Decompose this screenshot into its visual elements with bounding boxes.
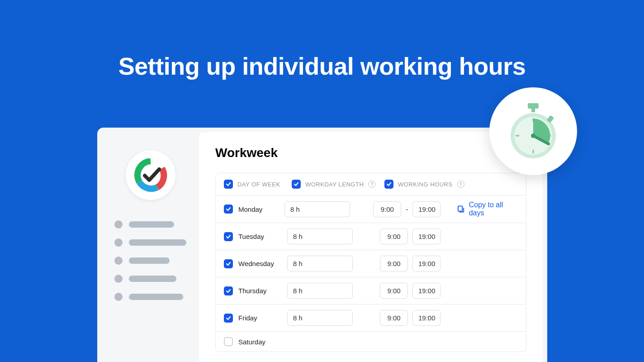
- day-checkbox[interactable]: [224, 259, 233, 268]
- header-workday-length: Workday length ?: [292, 180, 380, 189]
- nav-dot-icon: [114, 275, 123, 283]
- end-time-input[interactable]: 19:00: [412, 256, 440, 272]
- header-working-hours: Working hours ?: [384, 180, 464, 189]
- nav-bar-placeholder: [129, 294, 183, 300]
- workday-length-input[interactable]: 8 h: [284, 201, 350, 217]
- stopwatch-icon: [502, 100, 565, 163]
- nav-dot-icon: [114, 293, 123, 301]
- header-label-day: Day of week: [237, 181, 280, 188]
- sidebar-item[interactable]: [114, 238, 186, 247]
- copy-icon: [457, 205, 464, 213]
- day-name: Friday: [238, 314, 257, 322]
- header-day-of-week: Day of week: [224, 180, 287, 189]
- day-checkbox[interactable]: [224, 232, 233, 241]
- day-name: Tuesday: [238, 233, 264, 240]
- day-checkbox[interactable]: [224, 314, 233, 323]
- help-icon[interactable]: ?: [368, 181, 375, 188]
- main-panel: Workweek Day of week Workday length ?: [199, 132, 543, 362]
- end-time-input[interactable]: 19:00: [412, 310, 440, 326]
- end-time-input[interactable]: 19:00: [412, 201, 440, 217]
- app-logo: [126, 150, 175, 200]
- day-row: Wednesday8 h9:0019:00: [216, 250, 526, 277]
- sidebar-item[interactable]: [114, 275, 186, 283]
- end-time-input[interactable]: 19:00: [412, 283, 440, 299]
- nav-bar-placeholder: [129, 276, 176, 282]
- day-row: Tuesday8 h9:0019:00: [216, 223, 526, 250]
- svg-rect-2: [531, 108, 535, 112]
- app-window: Workweek Day of week Workday length ?: [97, 128, 547, 362]
- header-checkbox-hours[interactable]: [384, 180, 393, 189]
- day-name: Saturday: [238, 338, 265, 346]
- header-label-length: Workday length: [305, 181, 364, 188]
- nav-dot-icon: [114, 238, 123, 247]
- day-name: Wednesday: [238, 260, 274, 267]
- table-header-row: Day of week Workday length ? Working hou…: [216, 173, 526, 195]
- main-title: Workweek: [215, 146, 526, 160]
- day-row: Saturday: [216, 331, 526, 352]
- day-row: Monday8 h9:00-19:00Copy to all days: [216, 195, 526, 223]
- nav-bar-placeholder: [129, 221, 174, 228]
- help-icon[interactable]: ?: [457, 181, 464, 188]
- day-checkbox[interactable]: [224, 286, 233, 295]
- page-title: Setting up individual working hours: [0, 0, 644, 80]
- start-time-input[interactable]: 9:00: [380, 310, 408, 326]
- day-name: Thursday: [238, 287, 267, 295]
- nav-bar-placeholder: [129, 239, 186, 246]
- header-checkbox-length[interactable]: [292, 180, 301, 189]
- workday-length-input[interactable]: 8 h: [287, 229, 353, 244]
- day-checkbox[interactable]: [224, 205, 233, 214]
- time-dash: -: [406, 205, 408, 213]
- day-row: Thursday8 h9:0019:00: [216, 277, 526, 304]
- deskcove-logo-icon: [134, 158, 167, 192]
- nav-bar-placeholder: [129, 257, 170, 264]
- sidebar-item[interactable]: [114, 220, 186, 229]
- copy-to-all-days-button[interactable]: Copy to all days: [457, 201, 518, 217]
- start-time-input[interactable]: 9:00: [373, 201, 401, 217]
- header-label-hours: Working hours: [398, 181, 453, 188]
- workweek-table: Day of week Workday length ? Working hou…: [215, 173, 526, 352]
- nav-dot-icon: [114, 220, 123, 229]
- nav-dot-icon: [114, 257, 123, 265]
- day-checkbox[interactable]: [224, 337, 233, 346]
- start-time-input[interactable]: 9:00: [380, 256, 408, 272]
- sidebar: [102, 132, 199, 362]
- end-time-input[interactable]: 19:00: [412, 229, 440, 244]
- header-checkbox-day[interactable]: [224, 180, 233, 189]
- start-time-input[interactable]: 9:00: [380, 229, 408, 244]
- day-name: Monday: [238, 205, 262, 213]
- start-time-input[interactable]: 9:00: [380, 283, 408, 299]
- workday-length-input[interactable]: 8 h: [287, 283, 353, 299]
- nav-list: [114, 220, 186, 311]
- sidebar-item[interactable]: [114, 257, 186, 265]
- workday-length-input[interactable]: 8 h: [287, 310, 353, 326]
- day-row: Friday8 h9:0019:00: [216, 304, 526, 331]
- workday-length-input[interactable]: 8 h: [287, 256, 353, 272]
- sidebar-item[interactable]: [114, 293, 186, 301]
- svg-rect-0: [458, 206, 462, 211]
- stopwatch-badge: [489, 87, 577, 175]
- copy-label: Copy to all days: [469, 201, 518, 217]
